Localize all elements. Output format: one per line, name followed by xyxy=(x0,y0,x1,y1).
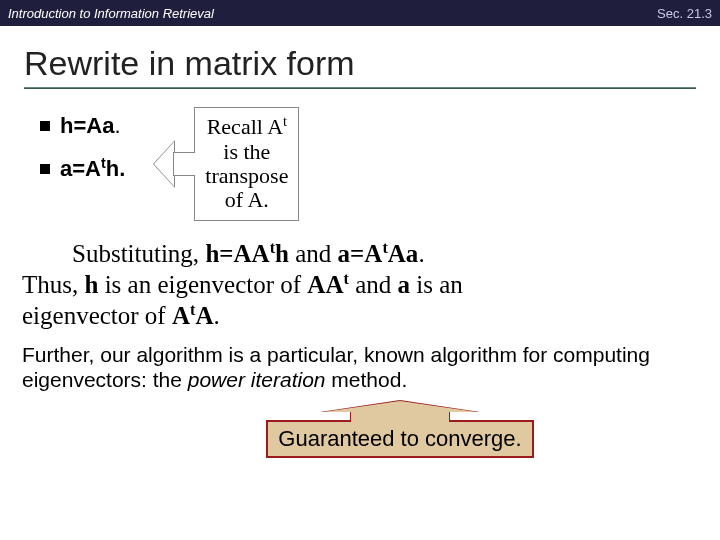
power-iteration-term: power iteration xyxy=(188,368,326,391)
further-paragraph: Further, our algorithm is a particular, … xyxy=(0,332,720,392)
bullet-icon xyxy=(40,121,50,131)
callout-line-3: transpose xyxy=(205,164,288,188)
slide-header: Introduction to Information Retrieval Se… xyxy=(0,0,720,26)
equation-2-text: a=Ath. xyxy=(60,155,125,182)
recall-box: Recall At is the transpose of A. xyxy=(194,107,299,221)
callout-line-4: of A. xyxy=(205,188,288,212)
callout-line-2: is the xyxy=(205,140,288,164)
slide-title: Rewrite in matrix form xyxy=(0,26,720,87)
converge-box: Guaranteed to converge. xyxy=(266,420,533,458)
converge-callout: Guaranteed to converge. xyxy=(266,400,533,458)
recall-callout: Recall At is the transpose of A. xyxy=(153,107,299,221)
equation-2: a=Ath. xyxy=(40,155,125,182)
callout-line-1: Recall At xyxy=(205,114,288,140)
bullet-icon xyxy=(40,164,50,174)
header-section: Sec. 21.3 xyxy=(657,6,712,21)
header-course-title: Introduction to Information Retrieval xyxy=(8,6,214,21)
equation-list: h=Aa. a=Ath. xyxy=(40,107,125,198)
body-paragraph: Substituting, h=AAth and a=AtAa. Thus, h… xyxy=(0,221,720,331)
arrow-up-icon xyxy=(320,400,480,422)
arrow-left-icon xyxy=(153,140,195,188)
equation-1: h=Aa. xyxy=(40,113,125,139)
equations-row: h=Aa. a=Ath. Recall At is the transpose … xyxy=(0,89,720,221)
equation-1-text: h=Aa. xyxy=(60,113,121,139)
